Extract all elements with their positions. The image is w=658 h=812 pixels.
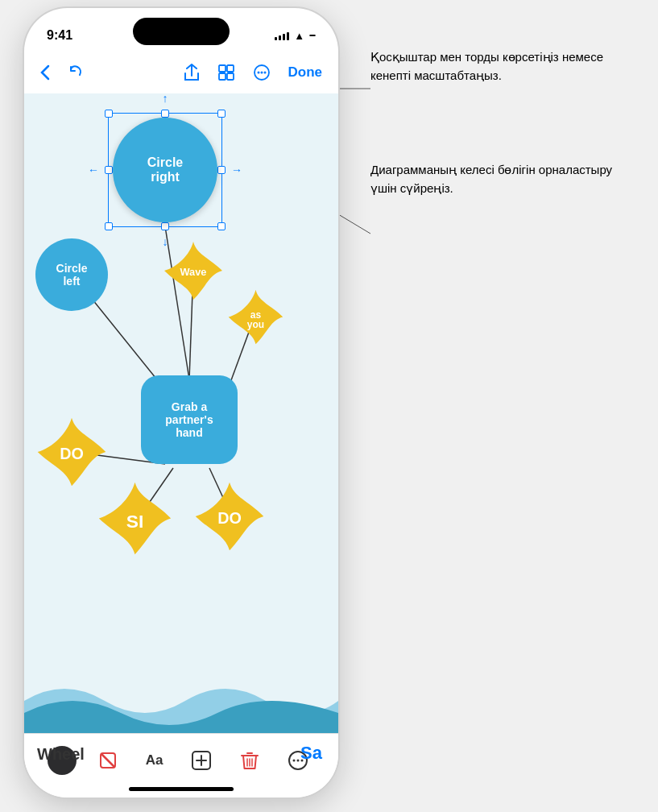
- annotation-top: Қосқыштар мен торды көрсетіңіз немесе ке…: [370, 48, 620, 85]
- node-wave[interactable]: Wave: [161, 238, 226, 303]
- node-circle-right[interactable]: Circle right: [113, 118, 217, 222]
- slash-icon: [98, 751, 118, 770]
- wave-star-icon: Wave: [161, 238, 226, 303]
- grid-button[interactable]: [214, 60, 238, 85]
- svg-point-11: [263, 72, 266, 74]
- slash-button[interactable]: [92, 744, 124, 777]
- grid-icon: [217, 64, 235, 81]
- annotation-bottom-text: Диаграмманың келесі бөлігін орналастыру …: [370, 161, 620, 197]
- toolbar-left: [37, 60, 89, 85]
- undo-button[interactable]: [64, 60, 89, 85]
- handle-mr[interactable]: [217, 166, 226, 174]
- node-do-right[interactable]: DO: [193, 480, 266, 553]
- annotation-top-text: Қосқыштар мен торды көрсетіңіз немесе ке…: [370, 48, 620, 85]
- handle-tl[interactable]: [105, 110, 113, 118]
- phone-frame: 9:41 ▲: [24, 8, 338, 798]
- svg-rect-6: [219, 73, 226, 80]
- handle-br[interactable]: [217, 222, 226, 230]
- signal-icon: [275, 31, 289, 40]
- arrow-left[interactable]: ←: [85, 161, 102, 179]
- share-icon: [184, 64, 200, 81]
- diagram-container: ↑ ↓ ← → Circle right Circle left Wave: [24, 93, 338, 733]
- add-icon: [191, 750, 212, 771]
- grab-label: Grab a partner's hand: [165, 400, 213, 439]
- chevron-left-icon: [40, 64, 50, 81]
- svg-point-10: [260, 72, 263, 74]
- svg-text:Wave: Wave: [180, 266, 207, 278]
- home-indicator: [129, 787, 234, 791]
- delete-icon: [240, 750, 259, 771]
- bottom-wave: [24, 669, 338, 733]
- wifi-icon: ▲: [294, 30, 304, 42]
- do-right-star-icon: DO: [193, 480, 266, 553]
- add-button[interactable]: [184, 744, 218, 777]
- toolbar-right: Done: [180, 60, 326, 85]
- svg-text:DO: DO: [60, 445, 84, 462]
- undo-icon: [68, 64, 85, 81]
- delete-button[interactable]: [234, 744, 266, 777]
- handle-ml[interactable]: [105, 166, 113, 174]
- status-time: 9:41: [47, 28, 72, 43]
- canvas-area[interactable]: ↑ ↓ ← → Circle right Circle left Wave: [24, 93, 338, 733]
- node-grab[interactable]: Grab a partner's hand: [141, 375, 238, 464]
- arrow-right[interactable]: →: [228, 161, 246, 179]
- svg-text:you: you: [247, 319, 264, 330]
- svg-line-25: [101, 754, 114, 767]
- back-button[interactable]: [37, 61, 53, 84]
- status-icons: ▲: [275, 30, 316, 42]
- more-icon: [253, 64, 271, 81]
- wheel-text: Wheel: [37, 745, 85, 764]
- node-as-you[interactable]: as you: [226, 287, 286, 347]
- do-left-star-icon: DO: [35, 416, 108, 488]
- svg-text:DO: DO: [217, 509, 242, 527]
- arrow-top[interactable]: ↑: [156, 93, 174, 107]
- handle-bl[interactable]: [105, 222, 113, 230]
- node-circle-left[interactable]: Circle left: [35, 238, 108, 311]
- done-button[interactable]: Done: [285, 61, 326, 84]
- svg-rect-7: [227, 73, 234, 80]
- share-button[interactable]: [180, 60, 203, 85]
- svg-rect-5: [227, 65, 234, 72]
- svg-text:SI: SI: [126, 511, 144, 532]
- more-button[interactable]: [250, 60, 274, 85]
- handle-tc[interactable]: [161, 110, 169, 118]
- svg-point-35: [292, 759, 295, 761]
- sa-text: Sa: [300, 743, 322, 764]
- as-you-star-icon: as you: [226, 287, 286, 347]
- text-button[interactable]: Aa: [139, 746, 170, 775]
- node-do-left[interactable]: DO: [35, 416, 108, 488]
- circle-right-label: Circle right: [147, 155, 183, 184]
- toolbar: Done: [24, 52, 338, 93]
- handle-bc[interactable]: [161, 222, 169, 230]
- circle-left-label: Circle left: [56, 262, 88, 288]
- svg-rect-4: [219, 65, 226, 72]
- handle-tr[interactable]: [217, 110, 226, 118]
- dynamic-island: [133, 18, 230, 45]
- text-icon: Aa: [146, 752, 163, 768]
- node-si[interactable]: SI: [97, 480, 173, 557]
- svg-point-9: [257, 72, 259, 74]
- annotation-bottom: Диаграмманың келесі бөлігін орналастыру …: [370, 161, 620, 197]
- battery-icon: [309, 35, 316, 36]
- si-star-icon: SI: [97, 480, 173, 557]
- svg-point-36: [296, 759, 299, 761]
